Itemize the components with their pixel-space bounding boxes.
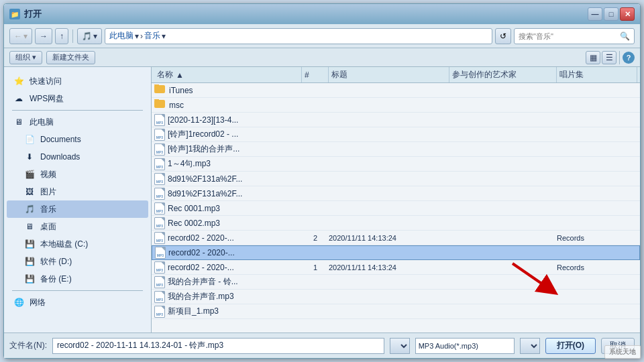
maximize-button[interactable]: □ (604, 7, 619, 21)
column-header-album[interactable]: 唱片集 (557, 67, 637, 82)
up-button[interactable]: ↑ (55, 28, 68, 44)
list-view-button[interactable]: ☰ (602, 51, 616, 64)
filename-dropdown[interactable] (390, 338, 410, 354)
address-dropdown-1[interactable]: ▾ (135, 32, 139, 41)
address-bar[interactable]: 此电脑 ▾ › 音乐 ▾ (105, 28, 492, 44)
file-name-cell: MP3 Rec 0001.mp3 (154, 202, 302, 215)
sidebar-item-label-video: 视频 (40, 169, 56, 180)
table-row[interactable]: MP3 [铃声]1record02 - ... (152, 127, 640, 142)
table-row[interactable]: MP3 Rec 0002.mp3 (152, 216, 640, 231)
sidebar-item-label-downloads: Downloads (40, 152, 80, 162)
table-row[interactable]: MP3 record02 - 2020-... 1 2020/11/11 14:… (152, 260, 640, 275)
table-row[interactable]: MP3 8d91%2F131a%2F... (152, 172, 640, 186)
toolbar-separator (72, 29, 73, 43)
sidebar-item-video[interactable]: 🎬 视频 (7, 166, 148, 183)
file-album-cell: Records (557, 263, 637, 272)
sidebar-item-drive-d[interactable]: 💾 软件 (D:) (7, 253, 148, 270)
sidebar-item-label-pictures: 图片 (40, 186, 56, 198)
table-row[interactable]: MP3 [铃声]1我的合并声... (152, 142, 640, 157)
table-row[interactable]: MP3 1～4句.mp3 (152, 157, 640, 172)
column-header-artist[interactable]: 参与创作的艺术家 (449, 67, 557, 82)
table-row[interactable]: MP3 我的合并声音.mp3 (152, 290, 640, 304)
table-row[interactable]: MP3 新项目_1.mp3 (152, 304, 640, 319)
search-box[interactable]: 🔍 (514, 28, 635, 44)
sidebar-item-label-drive-e: 备份 (E:) (40, 274, 72, 285)
video-icon: 🎬 (23, 168, 36, 181)
file-name-cell: MP3 新项目_1.mp3 (154, 306, 302, 318)
sidebar-item-wps[interactable]: ☁ WPS网盘 (7, 90, 148, 107)
documents-icon: 📄 (23, 133, 36, 146)
column-header-title[interactable]: 标题 (329, 67, 449, 82)
help-button[interactable]: ? (623, 52, 635, 64)
music-icon: 🎵 (82, 32, 92, 41)
file-name-cell: MP3 我的合并声音.mp3 (154, 291, 302, 303)
mp3-icon: MP3 (154, 261, 165, 274)
minimize-button[interactable]: — (588, 7, 602, 21)
mp3-icon: MP3 (154, 232, 165, 244)
sidebar-item-network[interactable]: 🌐 网络 (7, 294, 148, 311)
sidebar: ⭐ 快速访问 ☁ WPS网盘 🖥 此电脑 📄 Documents ⬇ Downl… (4, 67, 152, 333)
forward-button[interactable]: → (35, 28, 52, 44)
back-button[interactable]: ← ▾ (9, 28, 32, 44)
table-row[interactable]: MP3 record02 - 2020-... (152, 245, 640, 260)
open-button[interactable]: 打开(O) (545, 338, 596, 354)
table-row[interactable]: MP3 8d91%2F131a%2F... (152, 186, 640, 201)
file-list-scroll[interactable]: 名称 ▲ # 标题 参与创作的艺术家 唱片集 (152, 67, 640, 333)
sort-arrow-icon: ▲ (176, 70, 184, 80)
forward-icon: → (40, 32, 48, 41)
drive-e-icon: 💾 (23, 272, 36, 286)
sidebar-item-drive-c[interactable]: 💾 本地磁盘 (C:) (7, 235, 148, 253)
mp3-icon: MP3 (154, 158, 165, 170)
file-name-cell: MP3 我的合并声音 - 铃... (154, 276, 302, 288)
sidebar-item-drive-e[interactable]: 💾 备份 (E:) (7, 270, 148, 288)
refresh-button[interactable]: ↺ (495, 28, 511, 44)
computer-icon: 🖥 (12, 115, 25, 129)
column-header-num[interactable]: # (302, 67, 329, 82)
address-part-music[interactable]: 音乐 (144, 30, 160, 42)
mp3-icon: MP3 (154, 143, 165, 156)
sidebar-item-label-computer: 此电脑 (30, 117, 54, 128)
sidebar-item-documents[interactable]: 📄 Documents (7, 131, 148, 148)
file-name-cell: MP3 1～4句.mp3 (154, 158, 302, 170)
search-icon[interactable]: 🔍 (620, 32, 630, 41)
column-header-name[interactable]: 名称 ▲ (154, 67, 302, 82)
address-part-computer[interactable]: 此电脑 (109, 30, 133, 42)
search-input[interactable] (519, 32, 620, 40)
filetype-dropdown[interactable] (520, 338, 540, 354)
view-separator (619, 51, 620, 64)
table-row[interactable]: MP3 record02 - 2020-... 2 2020/11/11 14:… (152, 231, 640, 245)
table-row[interactable]: MP3 Rec 0001.mp3 (152, 201, 640, 216)
address-dropdown-2[interactable]: ▾ (162, 32, 166, 41)
sidebar-item-computer[interactable]: 🖥 此电脑 (7, 113, 148, 131)
sidebar-item-quick-access[interactable]: ⭐ 快速访问 (7, 72, 148, 90)
mp3-icon: MP3 (154, 291, 165, 303)
close-button[interactable]: ✕ (620, 7, 635, 21)
file-name-cell: MP3 Rec 0002.mp3 (154, 217, 302, 229)
title-bar-left: 📁 打开 (9, 8, 42, 20)
sidebar-item-music[interactable]: 🎵 音乐 (7, 200, 148, 218)
refresh-icon: ↺ (500, 32, 506, 41)
new-folder-button[interactable]: 新建文件夹 (46, 51, 95, 64)
table-row[interactable]: msc (152, 98, 640, 113)
main-content: ⭐ 快速访问 ☁ WPS网盘 🖥 此电脑 📄 Documents ⬇ Downl… (4, 67, 640, 333)
sidebar-item-downloads[interactable]: ⬇ Downloads (7, 148, 148, 166)
sidebar-item-desktop[interactable]: 🖥 桌面 (7, 218, 148, 235)
file-name-cell: MP3 record02 - 2020-... (154, 232, 302, 244)
sidebar-item-pictures[interactable]: 🖼 图片 (7, 183, 148, 200)
table-row[interactable]: MP3 [2020-11-23][13-4... (152, 113, 640, 127)
grid-view-button[interactable]: ▦ (586, 51, 600, 64)
sidebar-divider-2 (12, 290, 143, 291)
desktop-icon: 🖥 (23, 220, 36, 233)
quick-access-icon: ⭐ (12, 74, 25, 88)
mp3-icon: MP3 (154, 114, 165, 126)
filename-input[interactable] (52, 338, 384, 354)
sidebar-item-label-network: 网络 (30, 297, 46, 308)
table-row[interactable]: iTunes (152, 83, 640, 98)
mp3-icon: MP3 (154, 173, 165, 185)
music-folder-icon: 🎵 (23, 202, 36, 216)
organize-button[interactable]: 组织 ▾ (9, 51, 42, 64)
table-row[interactable]: MP3 我的合并声音 - 铃... (152, 275, 640, 290)
music-nav-button[interactable]: 🎵 ▾ (77, 28, 102, 44)
file-rows-container: iTunes msc MP3 [2020-11-23][13-4... MP3 … (152, 83, 640, 319)
mp3-icon: MP3 (154, 202, 165, 215)
